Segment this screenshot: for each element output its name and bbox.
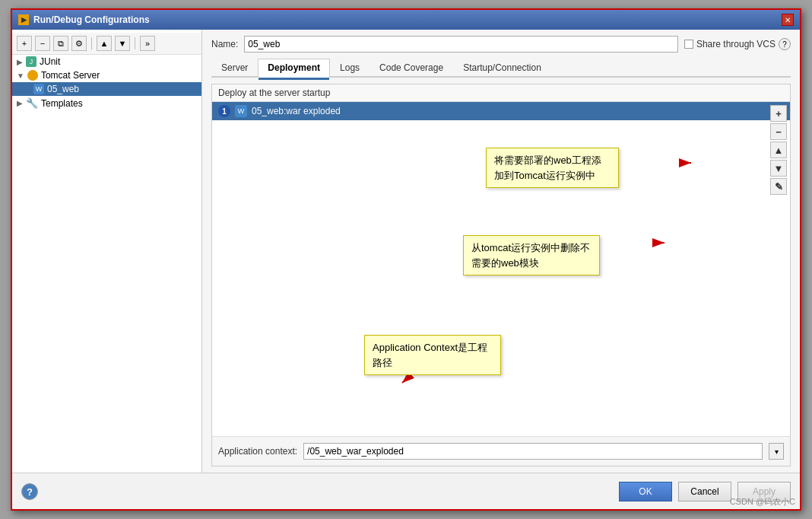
cancel-button[interactable]: Cancel bbox=[678, 482, 731, 501]
footer: ? OK Cancel Apply CSDN @码农小C bbox=[12, 473, 800, 509]
sidebar-item-templates[interactable]: ▶ 🔧 Templates bbox=[12, 96, 201, 110]
app-context-dropdown[interactable]: ▾ bbox=[769, 443, 784, 460]
deploy-remove-button[interactable]: − bbox=[770, 123, 787, 140]
deploy-item[interactable]: 1 W 05_web:war exploded bbox=[212, 102, 790, 120]
deploy-down-button[interactable]: ▼ bbox=[770, 160, 787, 177]
settings-config-button[interactable]: ⚙ bbox=[71, 36, 87, 51]
tomcat-label: Tomcat Server bbox=[41, 70, 197, 81]
deploy-item-name: 05_web:war exploded bbox=[252, 106, 341, 116]
tooltip-app-context: Application Context是工程路径 bbox=[364, 335, 501, 375]
deploy-item-icon: W bbox=[235, 105, 247, 117]
down-config-button[interactable]: ▼ bbox=[115, 36, 130, 51]
tab-startup[interactable]: Startup/Connection bbox=[453, 59, 551, 76]
right-panel: Name: Share through VCS ? Server Deploym… bbox=[202, 30, 800, 473]
share-help-button[interactable]: ? bbox=[779, 38, 791, 50]
web-label: 05_web bbox=[47, 84, 197, 94]
more-config-button[interactable]: » bbox=[140, 36, 155, 51]
name-row: Name: Share through VCS ? bbox=[211, 36, 791, 53]
toolbar-separator2 bbox=[135, 37, 135, 49]
toolbar-separator bbox=[91, 37, 92, 49]
tab-deployment[interactable]: Deployment bbox=[258, 59, 330, 78]
share-row: Share through VCS ? bbox=[684, 38, 791, 50]
deploy-up-button[interactable]: ▲ bbox=[770, 142, 787, 158]
item-number: 1 bbox=[218, 105, 230, 117]
config-tree: ▶ J JUnit ▼ Tomcat Server W 05_web ▶ 🔧 T… bbox=[12, 55, 201, 110]
sidebar-item-05web[interactable]: W 05_web bbox=[12, 82, 201, 96]
tab-logs[interactable]: Logs bbox=[330, 59, 370, 76]
run-debug-dialog: ▶ Run/Debug Configurations ✕ + − ⧉ ⚙ ▲ ▼… bbox=[11, 8, 801, 511]
deploy-add-button[interactable]: + bbox=[770, 105, 787, 122]
tab-content-deployment: Deploy at the server startup 1 W 05_web:… bbox=[211, 84, 791, 466]
dialog-icon: ▶ bbox=[18, 14, 29, 25]
tab-bar: Server Deployment Logs Code Coverage Sta… bbox=[211, 59, 791, 78]
tab-server[interactable]: Server bbox=[211, 59, 258, 76]
deploy-header: Deploy at the server startup bbox=[212, 84, 790, 102]
ok-button[interactable]: OK bbox=[619, 482, 672, 501]
main-content: + − ⧉ ⚙ ▲ ▼ » ▶ J JUnit ▼ bbox=[12, 30, 800, 473]
expand-arrow: ▶ bbox=[17, 58, 23, 66]
watermark: CSDN @码农小C bbox=[730, 496, 795, 508]
name-label: Name: bbox=[211, 39, 238, 49]
copy-config-button[interactable]: ⧉ bbox=[53, 36, 68, 51]
dialog-title: Run/Debug Configurations bbox=[33, 14, 150, 25]
footer-help-button[interactable]: ? bbox=[21, 483, 38, 500]
deploy-list-area: 1 W 05_web:war exploded + − ▲ ▼ ✎ bbox=[212, 102, 790, 436]
deploy-edit-button[interactable]: ✎ bbox=[770, 178, 787, 195]
sidebar-item-junit[interactable]: ▶ J JUnit bbox=[12, 55, 201, 68]
sidebar-item-tomcat[interactable]: ▼ Tomcat Server bbox=[12, 68, 201, 82]
expand-arrow2: ▼ bbox=[17, 72, 24, 80]
deploy-side-buttons: + − ▲ ▼ ✎ bbox=[767, 102, 790, 198]
title-bar: ▶ Run/Debug Configurations ✕ bbox=[12, 10, 800, 30]
add-config-button[interactable]: + bbox=[17, 36, 32, 51]
tooltip-add-tomcat: 将需要部署的web工程添加到Tomcat运行实例中 bbox=[486, 148, 619, 188]
sidebar: + − ⧉ ⚙ ▲ ▼ » ▶ J JUnit ▼ bbox=[12, 30, 202, 473]
up-config-button[interactable]: ▲ bbox=[97, 36, 112, 51]
title-bar-left: ▶ Run/Debug Configurations bbox=[18, 14, 150, 25]
junit-label: JUnit bbox=[40, 56, 197, 67]
remove-config-button[interactable]: − bbox=[35, 36, 50, 51]
sidebar-toolbar: + − ⧉ ⚙ ▲ ▼ » bbox=[12, 33, 201, 55]
web-icon: W bbox=[33, 84, 44, 94]
junit-icon: J bbox=[26, 56, 36, 67]
app-context-row: Application context: ▾ bbox=[212, 436, 790, 466]
share-label: Share through VCS bbox=[696, 39, 776, 49]
share-checkbox[interactable] bbox=[684, 40, 693, 49]
tooltip-remove-tomcat: 从tomcat运行实例中删除不需要的web模块 bbox=[463, 235, 600, 275]
templates-icon: 🔧 bbox=[26, 97, 38, 109]
templates-label: Templates bbox=[41, 98, 197, 109]
app-context-label: Application context: bbox=[218, 446, 297, 457]
close-button[interactable]: ✕ bbox=[782, 14, 794, 26]
tomcat-icon bbox=[27, 70, 38, 81]
tab-coverage[interactable]: Code Coverage bbox=[370, 59, 453, 76]
expand-arrow3: ▶ bbox=[17, 99, 23, 107]
app-context-input[interactable] bbox=[303, 443, 763, 460]
name-input[interactable] bbox=[244, 36, 678, 53]
name-field-row: Name: bbox=[211, 36, 678, 53]
